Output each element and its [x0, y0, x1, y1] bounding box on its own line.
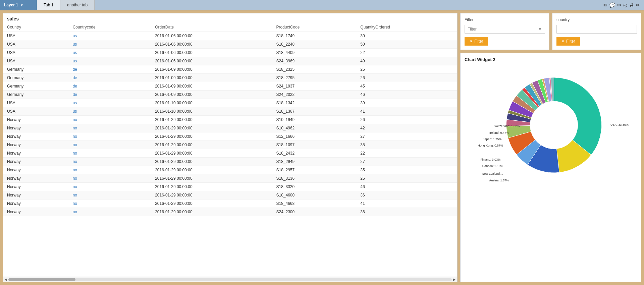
tab-another[interactable]: another tab	[60, 0, 95, 10]
table-row: Norwayno2016-01-29 00:00:00S18_460036	[3, 191, 457, 199]
col-quantityordered: QuantityOrdered	[356, 23, 457, 32]
country-filter-input[interactable]	[556, 25, 637, 34]
title-bar-icons: ✉ 💬 ✂ ◎ 🖨 ✏	[599, 0, 644, 10]
table-row: USAus2016-01-06 00:00:00S18_440922	[3, 49, 457, 57]
chevron-down-icon-filter: ▼	[538, 27, 542, 32]
table-row: Norwayno2016-01-29 00:00:00S18_466841	[3, 199, 457, 208]
chart-title: Chart Widget 2	[465, 57, 637, 62]
table-row: USAus2016-01-06 00:00:00S24_396949	[3, 57, 457, 65]
filter-dropdown-placeholder: Filter	[468, 27, 477, 32]
table-header-row: Country Countrycode OrderDate ProductCod…	[3, 23, 457, 32]
sales-title: sales	[3, 13, 457, 23]
scroll-left-arrow[interactable]: ◀	[4, 278, 7, 281]
table-row: USAus2016-01-10 00:00:00S18_134239	[3, 99, 457, 107]
table-row: Norwayno2016-01-29 00:00:00S10_496242	[3, 124, 457, 132]
layer-dropdown[interactable]: Layer 1 ▼	[0, 0, 37, 10]
col-productcode: ProductCode	[272, 23, 356, 32]
filter-panel-1: Filter Filter ▼ ▼ Filter	[460, 13, 549, 50]
table-row: Norwayno2016-01-29 00:00:00S18_313625	[3, 174, 457, 183]
svg-text:Hong Kong: 0.57%: Hong Kong: 0.57%	[478, 144, 503, 147]
col-country: Country	[3, 23, 69, 32]
edit-icon[interactable]: ✏	[636, 2, 640, 8]
svg-text:Australia: 5.93%: Australia: 5.93%	[487, 185, 509, 185]
table-row: Norwayno2016-01-29 00:00:00S18_295735	[3, 166, 457, 174]
filter-button-2[interactable]: ▼ Filter	[556, 37, 580, 46]
filter-funnel-icon-2: ▼	[561, 39, 565, 43]
filter-row: Filter Filter ▼ ▼ Filter country ▼ Filte…	[460, 13, 641, 50]
table-row: USAus2016-01-06 00:00:00S18_224850	[3, 40, 457, 49]
table-row: Norwayno2016-01-29 00:00:00S18_243222	[3, 149, 457, 158]
sales-panel: sales Country Countrycode OrderDate Prod…	[3, 13, 458, 282]
donut-chart-svg: USA: 33.85%Spain: 11.8%France: 10.53%UK:…	[465, 65, 637, 185]
filter-funnel-icon-1: ▼	[469, 39, 473, 43]
target-icon[interactable]: ◎	[623, 2, 627, 8]
filter-dropdown-1[interactable]: Filter ▼	[465, 25, 545, 34]
col-countrycode: Countrycode	[69, 23, 151, 32]
svg-text:Austria: 1.87%: Austria: 1.87%	[489, 179, 509, 182]
filter-label-2: country	[556, 17, 637, 22]
layer-label: Layer 1	[4, 3, 18, 7]
cut-icon[interactable]: ✂	[617, 2, 621, 8]
filter-label-1: Filter	[465, 17, 545, 22]
table-row: Norwayno2016-01-29 00:00:00S18_332046	[3, 183, 457, 191]
table-row: Norwayno2016-01-29 00:00:00S10_194926	[3, 116, 457, 124]
svg-text:Japan: 1.75%: Japan: 1.75%	[483, 137, 501, 141]
svg-text:New Zealand:...: New Zealand:...	[482, 172, 503, 175]
col-orderdate: OrderDate	[151, 23, 272, 32]
table-row: Norwayno2016-01-29 00:00:00S18_109735	[3, 141, 457, 149]
h-scrollbar-track[interactable]	[8, 278, 452, 281]
mail-icon[interactable]: ✉	[603, 2, 607, 8]
svg-text:Finland: 3.03%: Finland: 3.03%	[480, 158, 500, 161]
sales-table: Country Countrycode OrderDate ProductCod…	[3, 23, 457, 216]
table-row: Norwayno2016-01-29 00:00:00S24_230036	[3, 208, 457, 216]
table-row: Germanyde2016-01-09 00:00:00S18_232525	[3, 65, 457, 74]
table-row: USAus2016-01-06 00:00:00S18_174930	[3, 32, 457, 40]
chevron-down-icon: ▼	[20, 3, 23, 7]
svg-text:Canada: 2.18%: Canada: 2.18%	[482, 164, 503, 168]
h-scrollbar-thumb[interactable]	[8, 278, 75, 281]
chart-panel: Chart Widget 2 USA: 33.85%Spain: 11.8%Fr…	[460, 53, 641, 282]
chart-area: USA: 33.85%Spain: 11.8%France: 10.53%UK:…	[465, 65, 637, 185]
table-row: Germanyde2016-01-09 00:00:00S24_202246	[3, 91, 457, 99]
right-panels: Filter Filter ▼ ▼ Filter country ▼ Filte…	[460, 13, 641, 282]
filter-panel-2: country ▼ Filter	[552, 13, 641, 50]
table-row: Germanyde2016-01-09 00:00:00S24_193745	[3, 82, 457, 91]
table-row: USAus2016-01-10 00:00:00S18_136741	[3, 107, 457, 116]
filter-button-1[interactable]: ▼ Filter	[465, 37, 488, 46]
main-content: sales Country Countrycode OrderDate Prod…	[0, 10, 644, 285]
table-row: Norwayno2016-01-29 00:00:00S18_294927	[3, 158, 457, 166]
sales-table-container[interactable]: Country Countrycode OrderDate ProductCod…	[3, 23, 457, 277]
comment-icon[interactable]: 💬	[609, 2, 615, 8]
svg-text:Ireland: 0.47%: Ireland: 0.47%	[489, 131, 509, 134]
scroll-right-arrow[interactable]: ▶	[453, 278, 456, 281]
svg-text:Switzerland: 1.02%: Switzerland: 1.02%	[494, 124, 520, 128]
table-row: Germanyde2016-01-09 00:00:00S18_279526	[3, 74, 457, 82]
print-icon[interactable]: 🖨	[629, 2, 634, 8]
tab-1[interactable]: Tab 1	[37, 0, 60, 10]
title-bar: Layer 1 ▼ Tab 1 another tab ✉ 💬 ✂ ◎ 🖨 ✏	[0, 0, 644, 10]
svg-text:USA: 33.85%: USA: 33.85%	[610, 123, 629, 126]
table-row: Norwayno2016-01-29 00:00:00S12_166627	[3, 132, 457, 141]
horizontal-scrollbar[interactable]: ◀ ▶	[3, 277, 457, 282]
